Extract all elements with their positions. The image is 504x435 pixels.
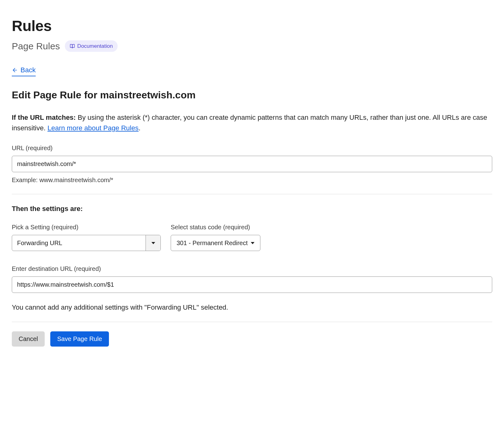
documentation-badge[interactable]: Documentation (65, 40, 118, 52)
page-title: Rules (12, 15, 492, 37)
learn-more-link[interactable]: Learn more about Page Rules (47, 124, 139, 132)
status-code-select[interactable]: 301 - Permanent Redirect (171, 235, 260, 251)
url-label: URL (required) (12, 143, 492, 153)
section-divider (12, 194, 492, 194)
status-code-column: Select status code (required) 301 - Perm… (171, 222, 260, 251)
button-row: Cancel Save Page Rule (12, 331, 492, 347)
pick-setting-arrow (146, 235, 160, 251)
destination-field-group: Enter destination URL (required) (12, 264, 492, 293)
chevron-down-icon (151, 242, 155, 244)
cancel-button[interactable]: Cancel (12, 331, 45, 347)
url-input[interactable] (12, 156, 492, 172)
back-label: Back (20, 65, 36, 75)
settings-heading: Then the settings are: (12, 204, 492, 214)
pick-setting-select[interactable]: Forwarding URL (12, 235, 161, 251)
pick-setting-label: Pick a Setting (required) (12, 222, 161, 232)
form-description: If the URL matches: By using the asteris… (12, 112, 492, 133)
pick-setting-value: Forwarding URL (12, 235, 146, 251)
subtitle-row: Page Rules Documentation (12, 39, 492, 53)
url-example: Example: www.mainstreetwish.com/* (12, 175, 492, 185)
settings-row: Pick a Setting (required) Forwarding URL… (12, 222, 492, 251)
destination-input[interactable] (12, 276, 492, 293)
book-icon (70, 44, 75, 49)
status-code-label: Select status code (required) (171, 222, 260, 232)
chevron-down-icon (251, 242, 254, 244)
arrow-left-icon (12, 67, 18, 73)
pick-setting-column: Pick a Setting (required) Forwarding URL (12, 222, 161, 251)
forwarding-note: You cannot add any additional settings w… (12, 302, 492, 312)
page-subtitle: Page Rules (12, 39, 60, 53)
url-field-group: URL (required) Example: www.mainstreetwi… (12, 143, 492, 185)
destination-label: Enter destination URL (required) (12, 264, 492, 273)
save-button[interactable]: Save Page Rule (50, 331, 109, 347)
form-heading: Edit Page Rule for mainstreetwish.com (12, 87, 492, 102)
documentation-label: Documentation (77, 42, 113, 50)
description-period: . (138, 124, 140, 132)
back-link[interactable]: Back (12, 65, 36, 76)
status-code-value: 301 - Permanent Redirect (177, 238, 248, 248)
description-bold: If the URL matches: (12, 114, 76, 121)
bottom-divider (12, 322, 492, 322)
